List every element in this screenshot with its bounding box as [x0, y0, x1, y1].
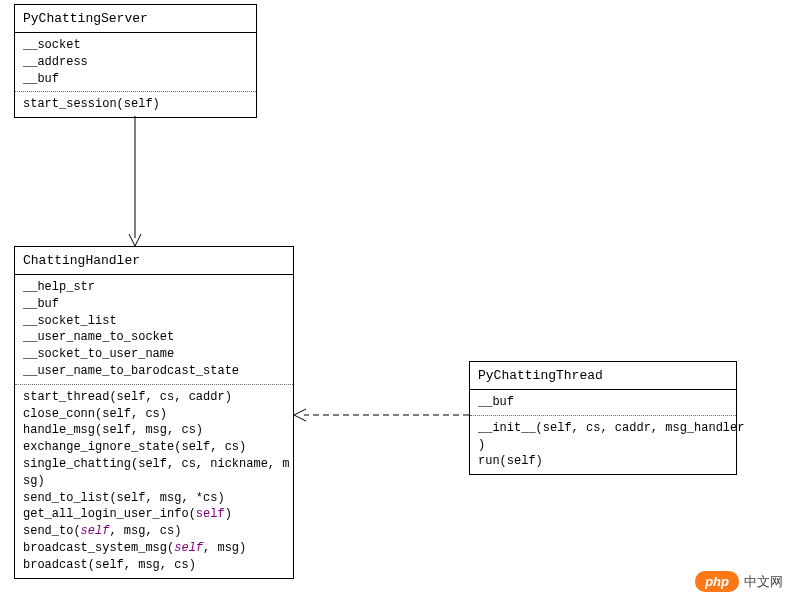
- method: sg): [23, 473, 285, 490]
- attrs-handler: __help_str __buf __socket_list __user_na…: [15, 275, 293, 385]
- method: send_to_list(self, msg, *cs): [23, 490, 285, 507]
- attrs-thread: __buf: [470, 390, 736, 416]
- method: send_to(self, msg, cs): [23, 523, 285, 540]
- classname-server: PyChattingServer: [15, 5, 256, 33]
- method: single_chatting(self, cs, nickname, m: [23, 456, 285, 473]
- method: broadcast_system_msg(self, msg): [23, 540, 285, 557]
- attr: __socket_to_user_name: [23, 346, 285, 363]
- classname-handler: ChattingHandler: [15, 247, 293, 275]
- t: send_to(: [23, 524, 81, 538]
- method: ): [478, 437, 728, 454]
- attrs-server: __socket __address __buf: [15, 33, 256, 92]
- method: __init__(self, cs, caddr, msg_handler: [478, 420, 728, 437]
- method: run(self): [478, 453, 728, 470]
- attr: __user_name_to_barodcast_state: [23, 363, 285, 380]
- method: broadcast(self, msg, cs): [23, 557, 285, 574]
- method: get_all_login_user_info(self): [23, 506, 285, 523]
- attr: __socket: [23, 37, 248, 54]
- attr: __buf: [478, 394, 728, 411]
- attr: __help_str: [23, 279, 285, 296]
- classname-thread: PyChattingThread: [470, 362, 736, 390]
- method: start_thread(self, cs, caddr): [23, 389, 285, 406]
- method: close_conn(self, cs): [23, 406, 285, 423]
- class-chattinghandler: ChattingHandler __help_str __buf __socke…: [14, 246, 294, 579]
- watermark: php 中文网: [695, 571, 783, 592]
- attr: __address: [23, 54, 248, 71]
- self-kw: self: [174, 541, 203, 555]
- t: , msg): [203, 541, 246, 555]
- method: handle_msg(self, msg, cs): [23, 422, 285, 439]
- attr: __socket_list: [23, 313, 285, 330]
- attr: __buf: [23, 296, 285, 313]
- method: start_session(self): [23, 96, 248, 113]
- methods-server: start_session(self): [15, 92, 256, 117]
- method: exchange_ignore_state(self, cs): [23, 439, 285, 456]
- self-kw: self: [196, 507, 225, 521]
- watermark-text: 中文网: [744, 573, 783, 591]
- t: ): [225, 507, 232, 521]
- methods-handler: start_thread(self, cs, caddr) close_conn…: [15, 385, 293, 578]
- class-pychattingserver: PyChattingServer __socket __address __bu…: [14, 4, 257, 118]
- attr: __buf: [23, 71, 248, 88]
- t: get_all_login_user_info(: [23, 507, 196, 521]
- t: , msg, cs): [109, 524, 181, 538]
- self-kw: self: [81, 524, 110, 538]
- t: broadcast_system_msg(: [23, 541, 174, 555]
- attr: __user_name_to_socket: [23, 329, 285, 346]
- methods-thread: __init__(self, cs, caddr, msg_handler ) …: [470, 416, 736, 474]
- class-pychattingthread: PyChattingThread __buf __init__(self, cs…: [469, 361, 737, 475]
- watermark-logo: php: [695, 571, 739, 592]
